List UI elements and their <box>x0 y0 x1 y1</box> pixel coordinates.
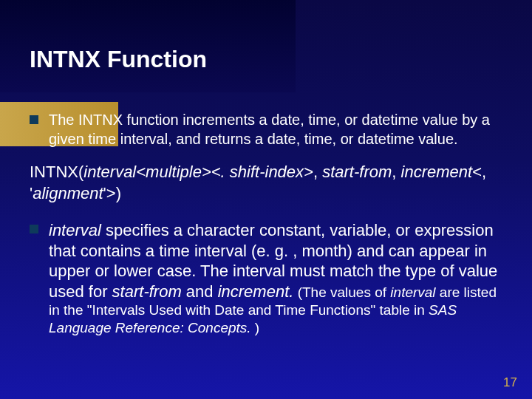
bullet-item-2: interval specifies a character constant,… <box>30 220 507 337</box>
d3: start-from <box>112 282 182 301</box>
syn-p8: alignment <box>33 184 103 202</box>
bullet-text-2: interval specifies a character constant,… <box>49 220 507 337</box>
square-bullet-icon <box>30 115 38 124</box>
syn-p2: interval<multiple><. shift-index> <box>83 163 313 181</box>
t5: ) <box>251 320 260 335</box>
bullet-text-1: The INTNX function increments a date, ti… <box>49 111 507 149</box>
syn-p1: INTNX( <box>30 163 83 181</box>
d4: and <box>182 282 218 301</box>
syn-p4: start-from <box>322 163 392 181</box>
d1: interval <box>49 221 101 239</box>
slide-content: The INTNX function increments a date, ti… <box>30 111 507 350</box>
syn-p9: '>) <box>103 184 121 202</box>
page-number: 17 <box>503 375 517 390</box>
t2: interval <box>390 284 435 300</box>
bullet-item-1: The INTNX function increments a date, ti… <box>30 111 507 149</box>
syn-p5: , <box>392 163 400 181</box>
t1: (The values of <box>293 284 390 300</box>
syn-p6: increment <box>401 163 473 181</box>
syn-p3: , <box>313 163 322 181</box>
syntax-line: INTNX(interval<multiple><. shift-index>,… <box>30 162 507 204</box>
square-bullet-icon <box>30 225 38 233</box>
d5: increment. <box>218 282 294 301</box>
slide-title: INTNX Function <box>30 46 207 73</box>
